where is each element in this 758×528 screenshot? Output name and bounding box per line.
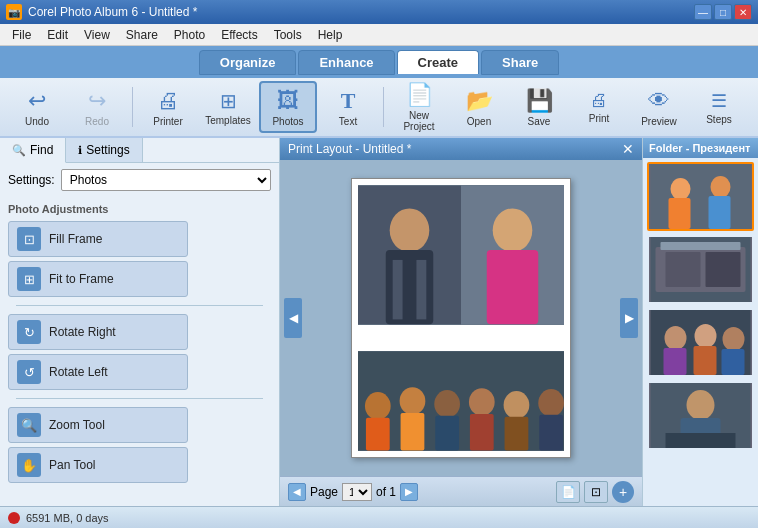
- scroll-left-button[interactable]: ◀: [284, 298, 302, 338]
- photos-button[interactable]: 🖼 Photos: [259, 81, 317, 133]
- zoom-tool-icon: 🔍: [17, 413, 41, 437]
- steps-label: Steps: [706, 114, 732, 125]
- steps-button[interactable]: ☰ Steps: [690, 81, 748, 133]
- page-label: Page: [310, 485, 338, 499]
- svg-rect-16: [470, 414, 494, 451]
- close-button[interactable]: ✕: [734, 4, 752, 20]
- printer-button[interactable]: 🖨 Printer: [139, 81, 197, 133]
- rotate-left-icon: ↺: [17, 360, 41, 384]
- page-of: of 1: [376, 485, 396, 499]
- text-button[interactable]: T Text: [319, 81, 377, 133]
- menu-tools[interactable]: Tools: [266, 26, 310, 44]
- open-button[interactable]: 📂 Open: [450, 81, 508, 133]
- svg-rect-20: [539, 415, 563, 451]
- photo-top: [358, 185, 564, 325]
- menu-share[interactable]: Share: [118, 26, 166, 44]
- fit-to-frame-icon: ⊞: [17, 267, 41, 291]
- thumbnail-img-1: [649, 164, 752, 229]
- thumb-svg-4: [649, 383, 752, 448]
- tab-organize[interactable]: Organize: [199, 50, 297, 75]
- save-label: Save: [528, 116, 551, 127]
- thumbnail-4[interactable]: [647, 381, 754, 450]
- svg-rect-12: [401, 413, 425, 451]
- menu-help[interactable]: Help: [310, 26, 351, 44]
- print-layout-close-button[interactable]: ✕: [622, 141, 634, 157]
- thumb-svg-2: [649, 237, 752, 302]
- settings-row: Settings: Photos Videos All Media: [0, 163, 279, 197]
- new-project-button[interactable]: 📄 New Project: [390, 81, 448, 133]
- prev-page-button[interactable]: ◀: [288, 483, 306, 501]
- menu-photo[interactable]: Photo: [166, 26, 213, 44]
- status-bar: 6591 MB, 0 days: [0, 506, 758, 528]
- zoom-tool-label: Zoom Tool: [49, 418, 105, 432]
- page-select[interactable]: 1: [342, 483, 372, 501]
- maximize-button[interactable]: □: [714, 4, 732, 20]
- templates-label: Templates: [205, 115, 251, 126]
- panel-tab-find[interactable]: 🔍 Find: [0, 138, 66, 163]
- menu-view[interactable]: View: [76, 26, 118, 44]
- print-button[interactable]: 🖨 Print: [570, 81, 628, 133]
- menu-file[interactable]: File: [4, 26, 39, 44]
- minimize-button[interactable]: —: [694, 4, 712, 20]
- title-bar-buttons: — □ ✕: [694, 4, 752, 20]
- save-button[interactable]: 💾 Save: [510, 81, 568, 133]
- settings-select[interactable]: Photos Videos All Media: [61, 169, 271, 191]
- svg-rect-41: [666, 433, 736, 448]
- svg-point-24: [711, 176, 731, 198]
- menu-edit[interactable]: Edit: [39, 26, 76, 44]
- thumb-svg-1: [649, 164, 752, 229]
- thumbnail-img-3: [649, 310, 752, 375]
- open-icon: 📂: [466, 88, 493, 114]
- svg-point-19: [538, 389, 564, 417]
- actual-size-button[interactable]: ⊡: [584, 481, 608, 503]
- settings-tab-label: Settings: [86, 143, 129, 157]
- redo-button[interactable]: ↪ Redo: [68, 81, 126, 133]
- preview-label: Preview: [641, 116, 677, 127]
- tab-enhance[interactable]: Enhance: [298, 50, 394, 75]
- panel-tab-settings[interactable]: ℹ Settings: [66, 138, 142, 162]
- thumbnail-1[interactable]: [647, 162, 754, 231]
- next-page-button[interactable]: ▶: [400, 483, 418, 501]
- bottom-bar: ◀ Page 1 of 1 ▶ 📄 ⊡ +: [280, 476, 642, 506]
- svg-rect-30: [661, 242, 741, 250]
- templates-button[interactable]: ⊞ Templates: [199, 81, 257, 133]
- status-dot: [8, 512, 20, 524]
- thumbnail-3[interactable]: [647, 308, 754, 377]
- toolbar-sep-2: [383, 87, 384, 127]
- svg-rect-21: [651, 164, 751, 229]
- svg-rect-37: [722, 349, 745, 375]
- zoom-tool-button[interactable]: 🔍 Zoom Tool: [8, 407, 188, 443]
- pan-tool-button[interactable]: ✋ Pan Tool: [8, 447, 188, 483]
- menu-effects[interactable]: Effects: [213, 26, 265, 44]
- fit-to-frame-button[interactable]: ⊞ Fit to Frame: [8, 261, 188, 297]
- svg-rect-14: [435, 416, 459, 451]
- fill-frame-button[interactable]: ⊡ Fill Frame: [8, 221, 188, 257]
- toolbar: ↩ Undo ↪ Redo 🖨 Printer ⊞ Templates 🖼 Ph…: [0, 78, 758, 138]
- undo-button[interactable]: ↩ Undo: [8, 81, 66, 133]
- svg-point-1: [390, 208, 430, 252]
- separator-2: [16, 398, 263, 399]
- undo-label: Undo: [25, 116, 49, 127]
- svg-rect-33: [664, 348, 687, 375]
- preview-button[interactable]: 👁 Preview: [630, 81, 688, 133]
- zoom-in-button[interactable]: +: [612, 481, 634, 503]
- svg-point-36: [723, 327, 745, 351]
- fit-to-frame-label: Fit to Frame: [49, 272, 114, 286]
- photos-icon: 🖼: [277, 88, 299, 114]
- thumbnail-2[interactable]: [647, 235, 754, 304]
- new-project-label: New Project: [393, 110, 445, 132]
- tab-create[interactable]: Create: [397, 50, 479, 74]
- rotate-left-label: Rotate Left: [49, 365, 108, 379]
- rotate-right-button[interactable]: ↻ Rotate Right: [8, 314, 188, 350]
- left-panel: 🔍 Find ℹ Settings Settings: Photos Video…: [0, 138, 280, 506]
- title-bar: 📷 Corel Photo Album 6 - Untitled * — □ ✕: [0, 0, 758, 24]
- rotate-left-button[interactable]: ↺ Rotate Left: [8, 354, 188, 390]
- scroll-right-button[interactable]: ▶: [620, 298, 638, 338]
- tab-share[interactable]: Share: [481, 50, 559, 75]
- svg-rect-23: [669, 198, 691, 229]
- photos-label: Photos: [272, 116, 303, 127]
- fit-page-button[interactable]: 📄: [556, 481, 580, 503]
- text-icon: T: [341, 88, 356, 114]
- svg-rect-35: [694, 346, 717, 375]
- rotate-right-icon: ↻: [17, 320, 41, 344]
